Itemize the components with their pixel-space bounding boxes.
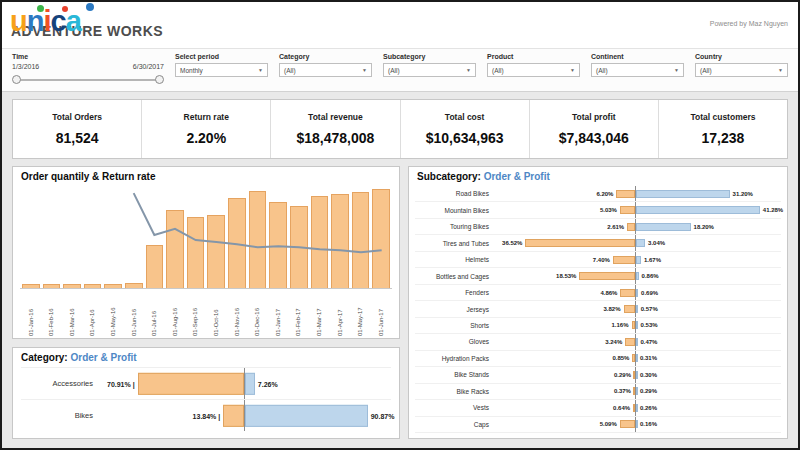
order-value-label: 5.03% <box>600 207 617 213</box>
order-bar[interactable] <box>624 305 635 313</box>
order-bar[interactable] <box>616 190 635 198</box>
row-label: Fenders <box>415 289 495 296</box>
profit-bar[interactable] <box>636 223 691 231</box>
x-axis-label: 01-Oct-16 <box>213 291 220 336</box>
chart-row: Bikes13.84% |90.87% <box>21 399 391 431</box>
profit-bar[interactable] <box>636 272 639 280</box>
order-bar[interactable] <box>620 289 635 297</box>
subcategory-panel: Subcategory: Order & Profit Road Bikes6.… <box>408 166 788 439</box>
order-bar[interactable] <box>620 206 635 214</box>
time-filter: Time 1/3/2016 6/30/2017 <box>12 53 164 87</box>
order-bar[interactable] <box>620 420 635 428</box>
row-label: Gloves <box>415 338 495 345</box>
order-bar[interactable] <box>613 256 635 264</box>
continent-filter: Continent (All) ▼ <box>591 53 684 87</box>
profit-value-label: 31.20% <box>733 191 753 197</box>
profit-bar[interactable] <box>636 371 638 379</box>
x-axis-label: 01-Feb-17 <box>295 291 302 336</box>
kpi-total-profit: Total profit $7,843,046 <box>530 100 659 158</box>
chart-row: Touring Bikes2.61%18.20% <box>415 219 781 235</box>
profit-bar[interactable] <box>636 404 638 412</box>
row-label: Vests <box>415 404 495 411</box>
x-axis-labels: 01-Jan-1601-Feb-1601-Mar-1601-Apr-1601-M… <box>20 289 392 336</box>
subcategory-dropdown[interactable]: (All) ▼ <box>383 63 476 77</box>
product-dropdown[interactable]: (All) ▼ <box>487 63 580 77</box>
order-bar[interactable] <box>627 223 635 231</box>
filter-label: Select period <box>175 53 268 60</box>
profit-value-label: 3.04% <box>648 240 665 246</box>
chart-row: Shorts1.16%0.53% <box>415 318 781 334</box>
chevron-down-icon: ▼ <box>466 67 471 73</box>
category-panel: Category: Order & Profit Accessories70.9… <box>12 347 400 439</box>
order-bar[interactable] <box>625 338 635 346</box>
x-axis-label: 01-Feb-16 <box>48 291 55 336</box>
profit-value-label: 7.26% <box>258 380 278 387</box>
order-value-label: 13.84% | <box>193 412 221 419</box>
order-value-label: 18.53% <box>556 273 576 279</box>
row-label: Shorts <box>415 322 495 329</box>
row-label: Accessories <box>21 379 101 388</box>
profit-value-label: 0.57% <box>641 306 658 312</box>
powered-by-text: Powered by Maz Nguyen <box>710 20 788 27</box>
dropdown-value: Monthly <box>180 67 203 74</box>
slider-handle-end[interactable] <box>155 75 164 84</box>
profit-bar[interactable] <box>636 190 730 198</box>
kpi-value: 17,238 <box>702 130 745 146</box>
profit-bar[interactable] <box>636 387 638 395</box>
logo-dot-icon <box>62 6 68 12</box>
profit-bar[interactable] <box>245 404 368 426</box>
title-suffix: Order & Profit <box>481 171 550 182</box>
kpi-total-orders: Total Orders 81,524 <box>13 100 142 158</box>
category-dropdown[interactable]: (All) ▼ <box>279 63 372 77</box>
profit-bar[interactable] <box>636 338 638 346</box>
profit-bar[interactable] <box>636 305 638 313</box>
subcategory-filter: Subcategory (All) ▼ <box>383 53 476 87</box>
x-axis-label: 01-Nov-16 <box>234 291 241 336</box>
order-bar[interactable] <box>579 272 635 280</box>
x-axis-label: 01-Sep-16 <box>192 291 199 336</box>
title-prefix: Category: <box>21 352 68 363</box>
country-dropdown[interactable]: (All) ▼ <box>695 63 788 77</box>
filter-label: Category <box>279 53 372 60</box>
profit-bar[interactable] <box>245 372 255 394</box>
row-label: Touring Bikes <box>415 223 495 230</box>
time-range-slider[interactable] <box>12 74 164 85</box>
profit-bar[interactable] <box>636 354 638 362</box>
filter-label: Country <box>695 53 788 60</box>
chart-row: Fenders4.86%0.69% <box>415 285 781 301</box>
profit-value-label: 0.53% <box>641 322 658 328</box>
order-bar[interactable] <box>138 372 244 394</box>
order-value-label: 70.91% | <box>107 380 135 387</box>
profit-value-label: 90.87% <box>371 412 395 419</box>
profit-value-label: 0.47% <box>640 339 657 345</box>
profit-bar[interactable] <box>636 289 638 297</box>
order-bar[interactable] <box>223 404 244 426</box>
category-filter: Category (All) ▼ <box>279 53 372 87</box>
profit-bar[interactable] <box>636 206 760 214</box>
row-label: Bike Racks <box>415 388 495 395</box>
chart-row: Bike Racks0.37%0.29% <box>415 384 781 400</box>
chevron-down-icon: ▼ <box>362 67 367 73</box>
filter-label: Product <box>487 53 580 60</box>
chart-row: Bike Stands0.29%0.30% <box>415 367 781 383</box>
chart-row: Caps5.09%0.16% <box>415 417 781 433</box>
profit-value-label: 0.16% <box>640 421 657 427</box>
profit-value-label: 18.20% <box>694 224 714 230</box>
dropdown-value: (All) <box>596 67 608 74</box>
kpi-label: Total revenue <box>308 112 363 122</box>
slider-handle-start[interactable] <box>12 75 21 84</box>
profit-bar[interactable] <box>636 256 641 264</box>
filter-label: Continent <box>591 53 684 60</box>
select-period-dropdown[interactable]: Monthly ▼ <box>175 63 268 77</box>
x-axis-label: 01-Jan-16 <box>28 291 35 336</box>
profit-bar[interactable] <box>636 321 638 329</box>
profit-bar[interactable] <box>636 239 645 247</box>
order-bar[interactable] <box>525 239 635 247</box>
continent-dropdown[interactable]: (All) ▼ <box>591 63 684 77</box>
order-value-label: 4.86% <box>600 290 617 296</box>
kpi-total-revenue: Total revenue $18,478,008 <box>271 100 400 158</box>
kpi-value: 81,524 <box>56 130 99 146</box>
profit-bar[interactable] <box>636 420 638 428</box>
logo-dot-icon <box>37 5 44 12</box>
charts-area: Order quantily & Return rate 01-Jan-1601… <box>2 166 798 448</box>
